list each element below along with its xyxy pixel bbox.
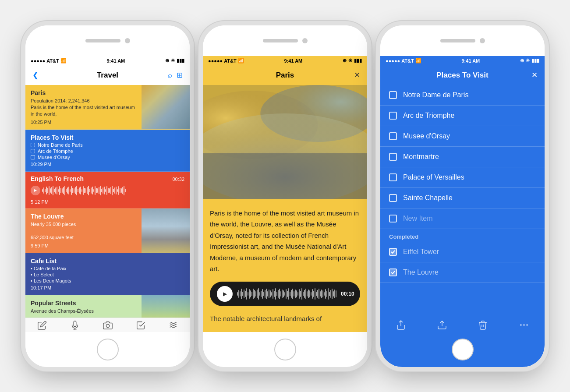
speaker-3: [440, 39, 475, 42]
list-item-cafe[interactable]: Cafe List • Café de la Paix • Le Select …: [25, 253, 190, 295]
checklist-label-notre-dame: Notre Dame de Paris: [403, 91, 468, 99]
tab-edit[interactable]: [25, 321, 58, 330]
checkbox-arc[interactable]: [389, 112, 397, 120]
tab-checklist[interactable]: [124, 321, 157, 330]
wifi-icon-2: 📶: [238, 58, 244, 64]
list-item-paris[interactable]: Paris Population 2014: 2,241,346Paris is…: [25, 85, 190, 130]
tab-sketch[interactable]: [157, 321, 190, 330]
tab-microphone[interactable]: [58, 321, 91, 330]
list-item-places[interactable]: Places To Visit Notre Dame de Paris Arc …: [25, 130, 190, 172]
location-icon-3: ⊕: [520, 58, 524, 64]
wifi-icon-3: 📶: [415, 58, 421, 64]
check-item-versailles[interactable]: Palace of Versailles: [380, 167, 545, 188]
camera-3: [480, 38, 485, 43]
svg-point-10: [527, 325, 528, 325]
check-item-montmartre[interactable]: Montmartre: [380, 147, 545, 167]
item-title-audio: English To French: [31, 175, 84, 182]
check-musee: Musee d'Orsay: [31, 155, 184, 160]
carrier-label-3: AT&T: [401, 58, 414, 64]
tool-upload[interactable]: [421, 320, 463, 330]
check-item-musee[interactable]: Musee d'Orsay: [380, 126, 545, 147]
item-time-audio: 5:12 PM: [31, 199, 184, 205]
time-label-3: 9:41 AM: [461, 58, 480, 64]
checklist-toolbar-3: [380, 316, 545, 332]
checklist-label-arc: Arc de Triomphe: [403, 112, 454, 120]
check-notre-dame: Notre Dame de Paris: [31, 142, 184, 148]
detail-text-2: Paris is the home of the most visited ar…: [210, 208, 360, 275]
checklist-3: Notre Dame de Paris Arc de Triomphe Muse…: [380, 85, 545, 316]
checkbox-versailles[interactable]: [389, 173, 397, 181]
checkbox-sainte-chapelle[interactable]: [389, 194, 397, 202]
item-title-paris: Paris: [31, 89, 136, 96]
louvre-thumbnail: [142, 208, 190, 253]
audio-time-2: 00:10: [341, 291, 354, 297]
check-item-eiffel[interactable]: Eiffel Tower: [380, 242, 545, 262]
check-item-arc[interactable]: Arc de Triomphe: [380, 106, 545, 126]
check-item-notre-dame[interactable]: Notre Dame de Paris: [380, 85, 545, 106]
list-item-audio[interactable]: English To French 00:32 ▶: [25, 172, 190, 208]
streets-thumbnail: [142, 295, 190, 318]
list-item-louvre[interactable]: The Louvre Nearly 35,000 pieces652,300 s…: [25, 208, 190, 253]
list-item-streets[interactable]: Popular Streets Avenue des Champs-Élysée…: [25, 295, 190, 318]
item-title-cafe: Cafe List: [31, 258, 184, 265]
audio-player-2[interactable]: ▶: [210, 282, 360, 306]
bluetooth-icon-3: ✳: [526, 58, 530, 64]
nav-bar-2: Paris ✕: [203, 66, 367, 85]
item-text-streets: Avenue des Champs-Élysées: [31, 308, 136, 314]
checklist-label-new: New Item: [403, 215, 433, 222]
nav-title-3: Places To Visit: [436, 71, 488, 80]
signal-dots: ●●●●●: [31, 58, 45, 64]
checklist-label-versailles: Palace of Versailles: [403, 173, 464, 181]
phone-1-top: [25, 25, 190, 56]
paris-detail-image: [203, 85, 367, 199]
close-button-3[interactable]: ✕: [531, 71, 538, 80]
continuation-text: The notable architectural landmarks of: [210, 313, 360, 325]
checkbox-notre-dame[interactable]: [389, 91, 397, 99]
item-time-paris: 10:25 PM: [31, 120, 136, 125]
checkbox-new[interactable]: [389, 215, 397, 222]
search-button[interactable]: ⌕: [168, 71, 172, 80]
play-button-2[interactable]: ▶: [217, 286, 233, 302]
speaker-2: [263, 39, 298, 42]
signal-dots-2: ●●●●●: [208, 58, 223, 64]
battery-icon-2: ▮▮▮: [354, 58, 362, 64]
close-button-2[interactable]: ✕: [354, 71, 360, 80]
checkbox-musee[interactable]: [389, 132, 397, 140]
tool-more[interactable]: [503, 320, 545, 330]
phone-1-bottom: [25, 332, 190, 367]
tool-trash[interactable]: [463, 320, 504, 330]
svg-rect-5: [203, 153, 367, 199]
home-button-3[interactable]: [452, 339, 474, 360]
svg-point-8: [520, 325, 521, 325]
location-icon: ⊕: [165, 58, 169, 64]
nav-title-2: Paris: [276, 71, 294, 80]
phone-2-top: [203, 25, 367, 56]
camera: [125, 38, 130, 43]
checkbox-montmartre[interactable]: [389, 153, 397, 161]
check-item-louvre-completed[interactable]: The Louvre: [380, 262, 545, 283]
battery-icon: ▮▮▮: [177, 58, 184, 64]
grid-button[interactable]: ⊞: [177, 71, 183, 80]
painting-art: [203, 85, 367, 199]
check-item-sainte-chapelle[interactable]: Sainte Chapelle: [380, 188, 545, 208]
status-bar-2: ●●●●● AT&T 📶 9:41 AM ⊕ ✳ ▮▮▮: [203, 56, 367, 66]
checklist-label-musee: Musee d'Orsay: [403, 132, 450, 140]
phone-1-screen: ●●●●● AT&T 📶 9:41 AM ⊕ ✳ ▮▮▮ ❮ Travel ⌕ …: [25, 56, 190, 332]
item-title-louvre: The Louvre: [31, 213, 136, 220]
check-item-new[interactable]: New Item: [380, 208, 545, 229]
detail-content-2: Paris is the home of the most visited ar…: [203, 85, 367, 332]
back-button[interactable]: ❮: [32, 71, 39, 80]
home-button-1[interactable]: [97, 339, 119, 360]
location-icon-2: ⊕: [343, 58, 347, 64]
item-title-streets: Popular Streets: [31, 300, 136, 307]
item-time-louvre: 9:59 PM: [31, 243, 136, 248]
phone-2-screen: ●●●●● AT&T 📶 9:41 AM ⊕ ✳ ▮▮▮ Paris ✕: [203, 56, 367, 332]
checkbox-eiffel[interactable]: [389, 248, 397, 256]
bullet-cafe-3: • Les Deux Magots: [31, 278, 184, 283]
home-button-2[interactable]: [274, 339, 296, 360]
checkbox-louvre-completed[interactable]: [389, 268, 397, 276]
item-time-cafe: 10:17 PM: [31, 285, 184, 290]
tab-camera[interactable]: [91, 321, 124, 330]
waveform-large: [237, 287, 336, 300]
tool-share-alt[interactable]: [380, 320, 421, 330]
